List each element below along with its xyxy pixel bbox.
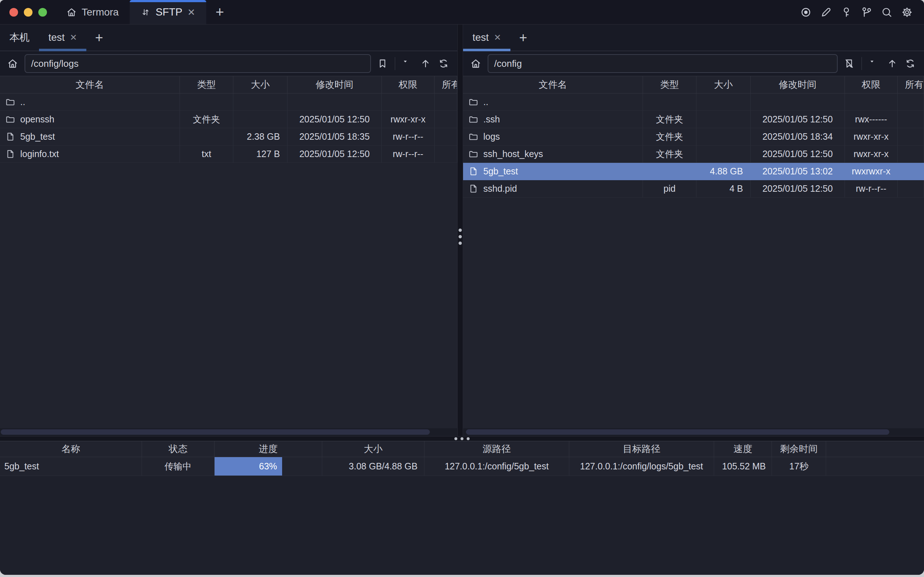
left-pane-tabs: 本机 test ✕ + bbox=[0, 24, 457, 51]
left-path-input[interactable] bbox=[24, 54, 371, 73]
close-icon[interactable]: ✕ bbox=[494, 33, 501, 42]
file-row[interactable]: logs 文件夹 2025/01/05 18:34 rwxr-xr-x bbox=[463, 128, 924, 145]
chevron-down-icon[interactable] bbox=[402, 58, 413, 69]
up-directory-icon[interactable] bbox=[420, 58, 431, 69]
minimize-window-button[interactable] bbox=[24, 8, 32, 17]
file-row[interactable]: ssh_host_keys 文件夹 2025/01/05 12:50 rwxr-… bbox=[463, 145, 924, 163]
column-header[interactable]: 状态 bbox=[142, 441, 214, 457]
toolbar-separator bbox=[395, 57, 395, 70]
close-window-button[interactable] bbox=[10, 8, 18, 17]
bookmark-off-icon[interactable] bbox=[843, 58, 855, 69]
right-file-table-header: 文件名 类型 大小 修改时间 权限 所有者 bbox=[463, 76, 924, 93]
scrollbar-thumb[interactable] bbox=[466, 429, 889, 435]
search-icon[interactable] bbox=[880, 6, 893, 18]
left-horizontal-scrollbar[interactable] bbox=[0, 428, 457, 436]
app-window: Termora SFTP ✕ + bbox=[0, 0, 924, 575]
column-header[interactable]: 大小 bbox=[697, 76, 751, 93]
file-row[interactable]: sshd.pid pid 4 B 2025/01/05 12:50 rw-r--… bbox=[463, 180, 924, 198]
right-pane: test ✕ + bbox=[463, 24, 924, 436]
branch-icon[interactable] bbox=[860, 6, 873, 18]
home-icon bbox=[66, 6, 77, 18]
record-icon[interactable] bbox=[800, 6, 812, 18]
home-icon[interactable] bbox=[6, 57, 19, 70]
bookmark-icon[interactable] bbox=[377, 58, 388, 69]
pane-tab-label: 本机 bbox=[10, 31, 30, 44]
file-row[interactable]: .. bbox=[463, 93, 924, 111]
column-header[interactable]: 权限 bbox=[845, 76, 898, 93]
transfer-extra-cell bbox=[826, 457, 924, 475]
left-path-tools bbox=[377, 57, 451, 70]
column-header[interactable]: 类型 bbox=[180, 76, 233, 93]
titlebar-actions bbox=[800, 0, 924, 24]
folder-icon bbox=[468, 131, 479, 142]
file-row[interactable]: 5gb_test 2.38 GB 2025/01/05 18:35 rw-r--… bbox=[0, 128, 457, 145]
file-owner bbox=[898, 111, 924, 128]
titlebar-spacer bbox=[233, 0, 800, 24]
refresh-icon[interactable] bbox=[905, 58, 916, 69]
up-directory-icon[interactable] bbox=[887, 58, 898, 69]
column-header[interactable]: 文件名 bbox=[0, 76, 180, 93]
file-name: .. bbox=[483, 97, 489, 107]
settings-icon[interactable] bbox=[901, 6, 913, 18]
column-header[interactable]: 权限 bbox=[382, 76, 435, 93]
column-header[interactable]: 速度 bbox=[714, 441, 772, 457]
scrollbar-thumb[interactable] bbox=[1, 429, 430, 435]
transfer-panel-splitter[interactable] bbox=[0, 436, 924, 441]
file-row[interactable]: openssh 文件夹 2025/01/05 12:50 rwxr-xr-x bbox=[0, 111, 457, 128]
progress-label: 63% bbox=[259, 461, 277, 472]
left-table-empty-area bbox=[0, 163, 457, 428]
column-header[interactable]: 所有者 bbox=[898, 76, 924, 93]
file-type bbox=[180, 128, 233, 145]
file-mtime bbox=[287, 93, 382, 111]
column-header[interactable]: 名称 bbox=[0, 441, 142, 457]
column-header[interactable]: 类型 bbox=[643, 76, 697, 93]
close-icon[interactable]: ✕ bbox=[70, 33, 77, 42]
folder-icon bbox=[468, 114, 479, 124]
pane-splitter[interactable] bbox=[457, 24, 463, 436]
folder-icon bbox=[468, 97, 479, 107]
file-perm bbox=[845, 93, 898, 111]
edit-icon[interactable] bbox=[820, 6, 832, 18]
home-icon[interactable] bbox=[469, 57, 482, 70]
close-icon[interactable]: ✕ bbox=[187, 8, 195, 17]
file-row[interactable]: loginfo.txt txt 127 B 2025/01/05 12:50 r… bbox=[0, 145, 457, 163]
right-horizontal-scrollbar[interactable] bbox=[463, 428, 924, 436]
new-tab-button[interactable]: + bbox=[206, 0, 233, 24]
file-icon bbox=[468, 166, 479, 177]
right-path-tools bbox=[843, 57, 918, 70]
chevron-down-icon[interactable] bbox=[868, 58, 880, 69]
column-header[interactable]: 修改时间 bbox=[751, 76, 845, 93]
column-header[interactable]: 文件名 bbox=[463, 76, 643, 93]
pane-tab[interactable]: test ✕ bbox=[39, 24, 86, 50]
pane-tab[interactable]: test ✕ bbox=[463, 24, 510, 50]
file-name: openssh bbox=[20, 114, 55, 124]
column-header[interactable]: 大小 bbox=[233, 76, 287, 93]
refresh-icon[interactable] bbox=[438, 58, 449, 69]
file-perm: rwxrwxr-x bbox=[845, 163, 898, 180]
column-header[interactable]: 进度 bbox=[214, 441, 322, 457]
pane-tab[interactable]: 本机 bbox=[0, 24, 39, 50]
splitter-handle-dots bbox=[459, 229, 462, 245]
tab-sftp[interactable]: SFTP ✕ bbox=[130, 0, 206, 24]
column-header[interactable]: 所有者 bbox=[435, 76, 457, 93]
right-file-table-body: .. .ssh 文件夹 2025/01/05 12:50 rwx------ bbox=[463, 93, 924, 198]
tab-termora[interactable]: Termora bbox=[55, 0, 130, 24]
file-row[interactable]: .ssh 文件夹 2025/01/05 12:50 rwx------ bbox=[463, 111, 924, 128]
file-perm: rw-r--r-- bbox=[382, 128, 435, 145]
transfer-row[interactable]: 5gb_test 传输中 63% 3.08 GB/4.88 GB 127.0.0… bbox=[0, 457, 924, 476]
key-icon[interactable] bbox=[840, 6, 853, 18]
column-header[interactable]: 源路径 bbox=[424, 441, 569, 457]
column-header[interactable]: 大小 bbox=[322, 441, 424, 457]
right-path-input[interactable] bbox=[488, 54, 838, 73]
column-header[interactable]: 剩余时间 bbox=[772, 441, 826, 457]
file-panes: 本机 test ✕ + bbox=[0, 24, 924, 436]
app-tab-label: Termora bbox=[82, 6, 119, 18]
file-type: 文件夹 bbox=[643, 111, 697, 128]
file-row[interactable]: .. bbox=[0, 93, 457, 111]
column-header[interactable]: 修改时间 bbox=[287, 76, 382, 93]
zoom-window-button[interactable] bbox=[38, 8, 47, 17]
left-new-tab-button[interactable]: + bbox=[86, 24, 111, 50]
column-header[interactable]: 目标路径 bbox=[569, 441, 714, 457]
right-new-tab-button[interactable]: + bbox=[510, 24, 536, 50]
file-row[interactable]: 5gb_test 4.88 GB 2025/01/05 13:02 rwxrwx… bbox=[463, 163, 924, 180]
